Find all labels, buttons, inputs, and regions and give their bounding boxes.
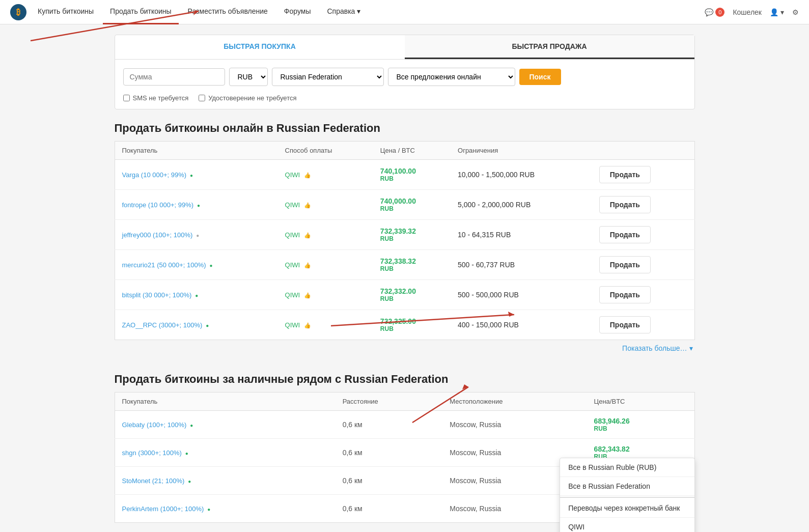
buyer-link[interactable]: Varga (10 000+; 99%): [122, 171, 187, 179]
table-row: Glebaty (100+; 100%) ● 0,6 км Moscow, Ru…: [115, 411, 694, 439]
thumb-up-icon: 👍: [304, 232, 311, 238]
action-cell: Продать: [592, 250, 694, 280]
payment-method-label: QIWI: [285, 261, 300, 269]
country-select[interactable]: Russian Federation: [272, 68, 384, 86]
dropdown-divider: [560, 497, 694, 498]
table-row: bitsplit (30 000+; 100%) ● QIWI 👍 732,33…: [115, 280, 694, 310]
action-cell: Продать: [592, 190, 694, 220]
tab-quick-buy[interactable]: БЫСТРАЯ ПОКУПКА: [115, 35, 405, 59]
buyer-link[interactable]: Glebaty (100+; 100%): [122, 421, 187, 429]
online-indicator: ●: [190, 173, 193, 178]
sell-button[interactable]: Продать: [599, 286, 651, 303]
buyer-link[interactable]: mercurio21 (50 000+; 100%): [122, 261, 206, 269]
cash-col-buyer: Покупатель: [115, 393, 336, 411]
id-checkbox[interactable]: [199, 95, 205, 101]
cash-col-distance: Расстояние: [336, 393, 443, 411]
price-currency: RUB: [380, 325, 443, 332]
distance-cell: 0,6 км: [336, 411, 443, 439]
price-currency: RUB: [594, 425, 687, 432]
sms-option[interactable]: SMS не требуется: [123, 94, 189, 102]
nav-buy-bitcoin[interactable]: Купить биткоины: [31, 0, 101, 24]
nav-sell-bitcoin[interactable]: Продать биткоины: [103, 0, 179, 24]
buyer-link[interactable]: bitsplit (30 000+; 100%): [122, 291, 192, 299]
action-cell: Продать: [592, 280, 694, 310]
price-currency: RUB: [380, 295, 443, 302]
price-cell: 740,100.00RUB: [373, 160, 451, 190]
sell-button[interactable]: Продать: [599, 226, 651, 243]
show-more-row: Показать больше… ▾: [115, 344, 695, 352]
show-more-link[interactable]: Показать больше… ▾: [622, 344, 692, 352]
limits-cell: 10 - 64,315 RUB: [451, 220, 592, 250]
buyer-link[interactable]: jeffrey000 (100+; 100%): [122, 231, 193, 239]
dropdown-menu-item[interactable]: QIWI: [560, 518, 694, 532]
thumb-up-icon: 👍: [304, 262, 311, 268]
col-action: [592, 142, 694, 160]
search-button[interactable]: Поиск: [519, 69, 561, 85]
payment-cell: QIWI 👍: [278, 250, 373, 280]
price-cell: 732,332.00RUB: [373, 280, 451, 310]
buyer-link[interactable]: fontrope (10 000+; 99%): [122, 201, 194, 209]
online-offers-section: Продать биткоины онлайн в Russian Federa…: [115, 122, 695, 352]
thumb-up-icon: 👍: [304, 172, 311, 178]
payment-method-label: QIWI: [285, 201, 300, 209]
price-cell: 732,325.00RUB: [373, 310, 451, 340]
price-cell: 732,339.32RUB: [373, 220, 451, 250]
action-cell: Продать: [592, 160, 694, 190]
id-label: Удостоверение не требуется: [208, 94, 296, 102]
limits-cell: 400 - 150,000 RUB: [451, 310, 592, 340]
wallet-label: Кошелек: [733, 8, 762, 16]
payment-method-label: QIWI: [285, 291, 300, 299]
offline-indicator: ●: [196, 233, 199, 238]
buyer-cell: ZAO__RPC (3000+; 100%) ●: [115, 310, 278, 340]
offer-type-select[interactable]: Все предложения онлайн QIWI WebMoney: [388, 68, 515, 86]
dropdown-menu-item[interactable]: Все в Russian Federation: [560, 477, 694, 496]
table-row: fontrope (10 000+; 99%) ● QIWI 👍 740,000…: [115, 190, 694, 220]
buyer-cell: Varga (10 000+; 99%) ●: [115, 160, 278, 190]
currency-select[interactable]: RUB USD EUR: [229, 68, 268, 86]
chat-button[interactable]: 💬 0: [705, 8, 724, 17]
buyer-link[interactable]: PerkinArtem (1000+; 100%): [122, 505, 204, 513]
payment-method-label: QIWI: [285, 231, 300, 239]
nav-help[interactable]: Справка ▾: [320, 0, 368, 24]
user-menu-button[interactable]: 👤 ▾: [770, 8, 784, 16]
buyer-link[interactable]: StoMonet (21; 100%): [122, 477, 185, 485]
price-cell: 683,946.26RUB: [587, 411, 694, 439]
online-indicator: ●: [195, 293, 198, 298]
limits-cell: 500 - 500,000 RUB: [451, 280, 592, 310]
buyer-cell: fontrope (10 000+; 99%) ●: [115, 190, 278, 220]
buyer-cell: jeffrey000 (100+; 100%) ●: [115, 220, 278, 250]
nav-forums[interactable]: Форумы: [277, 0, 318, 24]
settings-button[interactable]: ⚙: [792, 8, 799, 16]
cash-section-title: Продать биткоины за наличные рядом с Rus…: [115, 373, 695, 386]
online-indicator: ●: [197, 203, 200, 208]
amount-input[interactable]: [123, 68, 225, 86]
id-option[interactable]: Удостоверение не требуется: [199, 94, 296, 102]
online-section-title: Продать биткоины онлайн в Russian Federa…: [115, 122, 695, 135]
payment-method-label: QIWI: [285, 321, 300, 329]
sms-label: SMS не требуется: [133, 94, 189, 102]
nav-post-ad[interactable]: Разместить объявление: [181, 0, 275, 24]
buyer-link[interactable]: shgn (3000+; 100%): [122, 449, 182, 457]
price-currency: RUB: [380, 205, 443, 212]
sell-button[interactable]: Продать: [599, 256, 651, 273]
thumb-up-icon: 👍: [304, 322, 311, 328]
user-icon: 👤: [770, 8, 778, 16]
tab-quick-sell[interactable]: БЫСТРАЯ ПРОДАЖА: [405, 35, 694, 59]
filter-dropdown-menu: Все в Russian Ruble (RUB)Все в Russian F…: [560, 458, 694, 532]
sell-button[interactable]: Продать: [599, 196, 651, 213]
buyer-link[interactable]: ZAO__RPC (3000+; 100%): [122, 321, 203, 329]
sell-button[interactable]: Продать: [599, 316, 651, 333]
table-row: mercurio21 (50 000+; 100%) ● QIWI 👍 732,…: [115, 250, 694, 280]
sell-button[interactable]: Продать: [599, 166, 651, 183]
dropdown-menu-item[interactable]: Все в Russian Ruble (RUB): [560, 458, 694, 477]
thumb-up-icon: 👍: [304, 292, 311, 298]
buyer-cell: shgn (3000+; 100%) ●: [115, 439, 336, 467]
dropdown-menu-item[interactable]: Переводы через конкретный банк: [560, 499, 694, 518]
wallet-button[interactable]: Кошелек: [733, 8, 762, 16]
cash-col-location: Местоположение: [442, 393, 587, 411]
sms-checkbox[interactable]: [123, 95, 130, 101]
buyer-cell: PerkinArtem (1000+; 100%) ●: [115, 495, 336, 523]
nav-links: Купить биткоины Продать биткоины Размест…: [31, 0, 705, 24]
search-form: RUB USD EUR Russian Federation Все предл…: [115, 60, 694, 94]
buyer-cell: Glebaty (100+; 100%) ●: [115, 411, 336, 439]
